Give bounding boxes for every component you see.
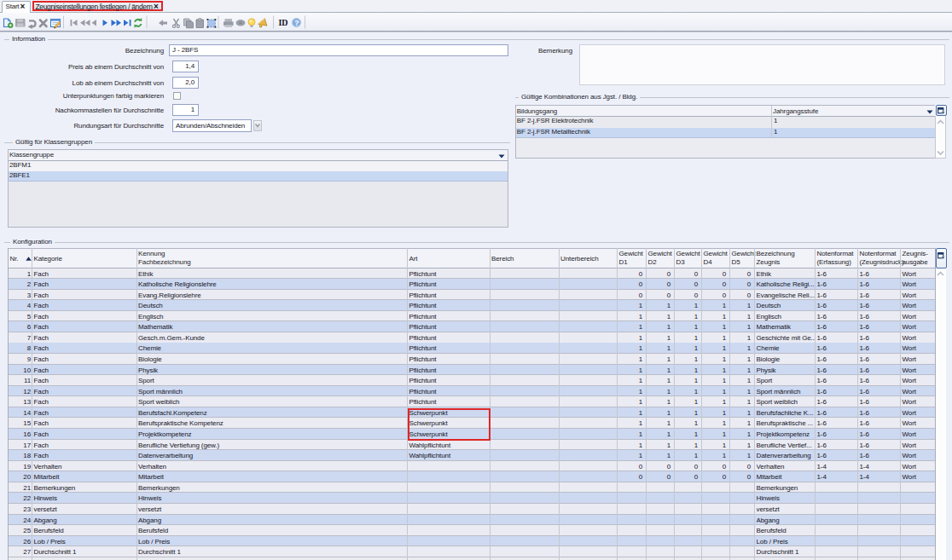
svg-text:ID: ID xyxy=(279,18,288,27)
svg-text:?: ? xyxy=(294,19,299,27)
